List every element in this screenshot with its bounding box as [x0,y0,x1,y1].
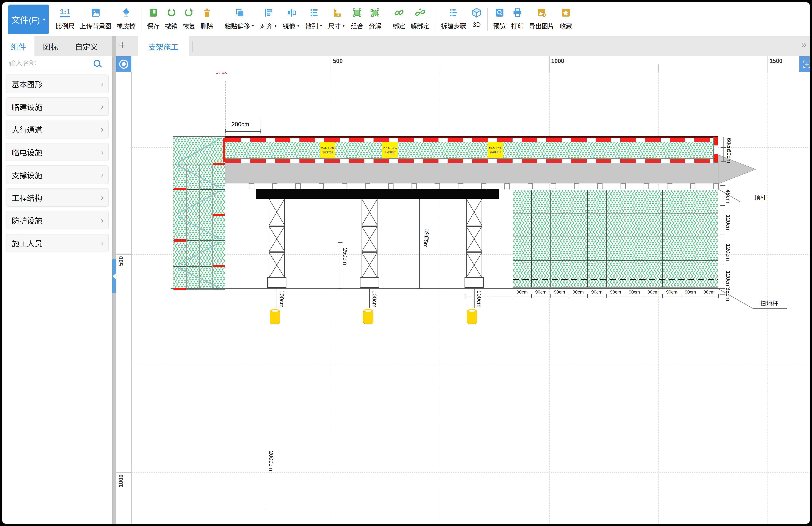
sidebar-category[interactable]: 人行通道› [6,120,109,138]
toolbar-button-size[interactable]: 尺寸▼ [325,2,348,36]
toolbar-button-mirror[interactable]: 镜像▼ [280,2,303,36]
barrel-top [270,309,280,313]
warning-sign[interactable]: 进入施工现场 请减速慢行 [320,142,335,158]
lattice-tower[interactable] [360,199,379,288]
warning-sign[interactable]: 进入施工现场 请减速慢行 [382,142,397,158]
toolbar-button-steps[interactable]: 拆建步骤 [438,2,469,36]
dim-tick [721,288,725,288]
sidebar-tab-组件[interactable]: 组件 [2,36,34,56]
sidebar-category[interactable]: 防护设施› [6,211,109,229]
toolbar-button-preview[interactable]: 预览 [491,2,508,36]
bottom-dim-line [465,296,718,296]
toolbar-button-scale[interactable]: 1:1比例尺 [53,2,77,36]
sidebar-category[interactable]: 工程结构› [6,188,109,207]
toolbar-button-label: 3D [473,21,481,28]
right-dim-label: 120cm [725,271,731,288]
tab-overflow-button[interactable]: » [801,40,806,49]
mesh-wall-rail [513,260,718,261]
sidebar-collapse-handle[interactable] [112,259,116,293]
lattice-tower[interactable] [464,199,484,288]
toolbar-button-undo[interactable]: 撤销 [162,2,180,36]
sidebar-category[interactable]: 临电设施› [6,143,109,161]
toolbar-button-bind[interactable]: 绑定 [390,2,408,36]
toolbar-button-save[interactable]: 保存 [144,2,162,36]
toolbar-button-export-image[interactable]: 导出图片 [526,2,557,36]
bearing-pad [388,184,393,189]
toolbar-button-paste-offset[interactable]: 粘贴偏移▼ [222,2,257,36]
dim-tick [721,205,725,206]
toolbar-button-print[interactable]: 打印 [508,2,526,36]
sidebar-category[interactable]: 基本图形› [6,74,109,93]
dim-90-label: 90cm [569,290,588,295]
save-icon [148,6,159,19]
search-input[interactable] [9,59,87,68]
ruler-vertical[interactable]: 500 1000 [116,56,132,524]
scale-icon: 1:1 [60,6,70,19]
origin-icon [119,60,128,69]
toolbar-button-cube[interactable]: 3D [469,2,484,36]
sidebar-category[interactable]: 支撑设施› [6,165,109,184]
barrel-body [363,311,373,324]
dim-100-line [277,289,277,308]
toolbar-button-redo[interactable]: 恢复 [180,2,198,36]
toolbar-button-delete[interactable]: 删除 [198,2,216,36]
search-icon[interactable] [93,60,100,67]
shed-end-red [714,137,718,145]
category-label: 临建设施 [12,101,42,112]
mesh-wall-rail [513,213,718,214]
height-limit-label: 限高5m [422,229,430,248]
toolbar-button-label: 粘贴偏移▼ [224,21,255,30]
dim-tick [465,294,465,298]
sidebar-category[interactable]: 临建设施› [6,97,109,116]
ruler-minor-tick [658,64,659,72]
caret-down-icon: ▼ [274,24,277,28]
toolbar-button-eraser[interactable]: 橡皮擦 [114,2,138,36]
toolbar-button-group[interactable]: 组合 [348,2,366,36]
toolbar-button-label: 镜像▼ [283,21,300,30]
bearing-pad [458,184,463,189]
dim-90-label: 90cm [643,290,663,295]
joint-red-mark [223,138,226,162]
preview-icon [494,6,505,19]
bearing-pad [249,184,254,189]
chevron-right-icon: › [101,80,104,88]
toolbar-button-unbind[interactable]: 解绑定 [408,2,432,36]
chevron-right-icon: › [101,125,104,133]
dim-cap [472,308,477,308]
toolbar-button-upload-bg[interactable]: 上传背景图 [77,2,114,36]
toolbar-button-favorite[interactable]: 收藏 [557,2,575,36]
toolbar-button-scatter[interactable]: 散列▼ [303,2,325,36]
dim-100-label: 100cm [278,290,285,307]
dim-tick [721,147,726,148]
sidebar-category[interactable]: 施工人员› [6,234,109,252]
ungroup-icon [370,6,380,19]
toolbar-separator [487,8,488,31]
toolbar-button-align[interactable]: 对齐▼ [257,2,280,36]
sidebar-tab-图标[interactable]: 图标 [34,36,67,56]
toolbar-button-ungroup[interactable]: 分解 [366,2,384,36]
add-tab-button[interactable]: + [119,39,126,50]
dim-tick [721,161,726,162]
ruler-origin-button[interactable] [116,56,131,72]
ruler-tick [116,472,131,473]
bearing-pad [551,184,556,189]
lattice-tower[interactable] [267,199,287,288]
traffic-barrel[interactable] [467,309,477,324]
sidebar-tab-自定义[interactable]: 自定义 [67,36,106,56]
tab-support-construction[interactable]: 支架施工 [138,36,189,56]
traffic-barrel[interactable] [270,309,280,324]
file-menu-button[interactable]: 文件(F) ▾ [8,4,49,34]
mesh-wall-post [662,190,663,288]
fit-to-screen-button[interactable] [799,56,810,72]
joint-red-mark [213,163,225,165]
ruler-horizontal[interactable]: 500 1000 1500 [116,56,810,72]
traffic-barrel[interactable] [363,309,373,324]
canvas-viewport[interactable]: 500 1000 1500 500 1000 37px 进入施工现场 请减速慢行… [116,56,810,524]
toolbar-button-label: 比例尺 [56,21,74,30]
bearing-pad [342,184,347,189]
sidebar-category-list: 基本图形›临建设施›人行通道›临电设施›支撑设施›工程结构›防护设施›施工人员› [2,71,112,252]
caret-down-icon: ▼ [251,24,255,28]
caret-down-icon: ▼ [319,24,323,28]
warning-sign[interactable]: 进入施工现场 请减速慢行 [488,142,503,158]
toolbar-button-label: 打印 [511,21,524,30]
